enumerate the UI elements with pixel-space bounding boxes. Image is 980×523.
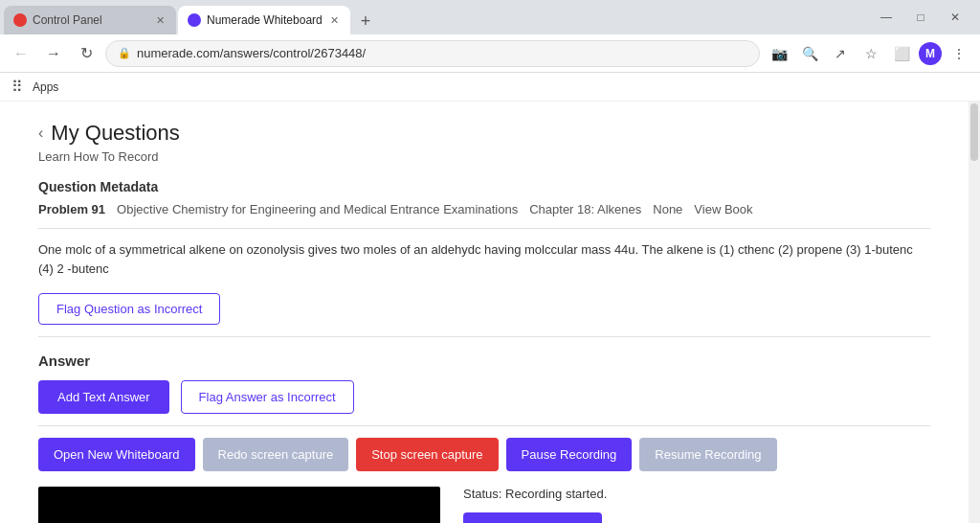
user-avatar[interactable]: M [919,42,942,65]
redo-capture-button[interactable]: Redo screen capture [203,438,349,471]
share-button[interactable]: ↗ [827,40,854,67]
answer-section: Answer Add Text Answer Flag Answer as In… [38,352,930,414]
window-minimize-button[interactable]: — [873,4,900,31]
open-whiteboard-button[interactable]: Open New Whiteboard [38,438,195,471]
search-button[interactable]: 🔍 [796,40,823,67]
add-text-answer-button[interactable]: Add Text Answer [38,380,169,414]
answer-buttons-row: Add Text Answer Flag Answer as Incorrect [38,380,930,414]
page-header: ‹ My Questions [38,121,930,146]
view-book-link[interactable]: View Book [694,202,752,216]
divider-1 [38,228,930,229]
browser-actions: 📷 🔍 ↗ ☆ ⬜ M ⋮ [766,40,972,67]
new-tab-button[interactable]: + [352,8,379,34]
question-text: One molc of a symmetrical alkene on ozon… [38,240,930,278]
problem-label: Problem 91 [38,202,105,216]
browser-controls: ← → ↻ 🔒 numerade.com/answers/control/267… [0,34,980,73]
page-title: My Questions [51,121,180,146]
address-text: numerade.com/answers/control/2673448/ [137,46,366,60]
window-maximize-button[interactable]: □ [907,4,934,31]
forward-button[interactable]: → [40,40,67,67]
stop-capture-button[interactable]: Stop screen capture [356,438,498,471]
tab-numerade[interactable]: Numerade Whiteboard ✕ [178,6,350,34]
learn-how-link[interactable]: Learn How To Record [38,149,930,164]
tab-close-control-panel[interactable]: ✕ [154,12,167,29]
flag-question-button[interactable]: Flag Question as Incorrect [38,293,220,325]
chapter-value: Chapter 18: Alkenes [529,202,641,216]
divider-3 [38,425,930,426]
question-metadata-title: Question Metadata [38,179,930,194]
video-preview [38,487,440,523]
divider-2 [38,336,930,337]
lock-icon: 🔒 [118,47,131,59]
browser-frame: Control Panel ✕ Numerade Whiteboard ✕ + … [0,0,980,523]
recording-status: Status: Recording started. [463,487,683,501]
answer-label: Answer [38,352,930,369]
scrollbar-thumb[interactable] [970,103,978,161]
apps-bookmark[interactable]: Apps [27,79,64,96]
difficulty-value: None [653,202,682,216]
window-close-button[interactable]: ✕ [942,4,969,31]
flag-answer-button[interactable]: Flag Answer as Incorrect [181,380,354,414]
apps-grid-icon: ⠿ [11,78,23,96]
reload-button[interactable]: ↻ [73,40,100,67]
tab-bar: Control Panel ✕ Numerade Whiteboard ✕ + … [0,0,980,34]
tab-icon-control-panel [13,13,27,27]
upload-finish-button[interactable]: Upload and Finish [463,512,602,523]
resume-recording-button[interactable]: Resume Recording [639,438,776,471]
main-area: ‹ My Questions Learn How To Record Quest… [0,102,969,523]
book-title: Objective Chemistry for Engineering and … [117,202,518,216]
tab-control-panel[interactable]: Control Panel ✕ [4,6,176,34]
bookmark-button[interactable]: ☆ [858,40,884,67]
back-button[interactable]: ← [8,40,34,67]
tab-close-numerade[interactable]: ✕ [328,12,341,29]
scrollbar[interactable] [969,102,980,523]
bookmarks-bar: ⠿ Apps [0,73,980,102]
recording-info: Status: Recording started. Upload and Fi… [463,487,683,523]
metadata-row: Problem 91 Objective Chemistry for Engin… [38,202,930,216]
cast-button[interactable]: 📷 [766,40,792,67]
pause-recording-button[interactable]: Pause Recording [506,438,633,471]
address-bar[interactable]: 🔒 numerade.com/answers/control/2673448/ [105,40,760,67]
profile-switch-button[interactable]: ⬜ [888,40,915,67]
recording-controls-row: Open New Whiteboard Redo screen capture … [38,438,930,471]
tab-icon-numerade [188,13,201,27]
content-row: Status: Recording started. Upload and Fi… [38,487,930,523]
page-content: ‹ My Questions Learn How To Record Quest… [0,102,980,523]
back-arrow-button[interactable]: ‹ [38,125,43,142]
menu-button[interactable]: ⋮ [946,40,972,67]
tab-title-numerade: Numerade Whiteboard [207,13,323,27]
tab-title-control-panel: Control Panel [33,13,148,27]
